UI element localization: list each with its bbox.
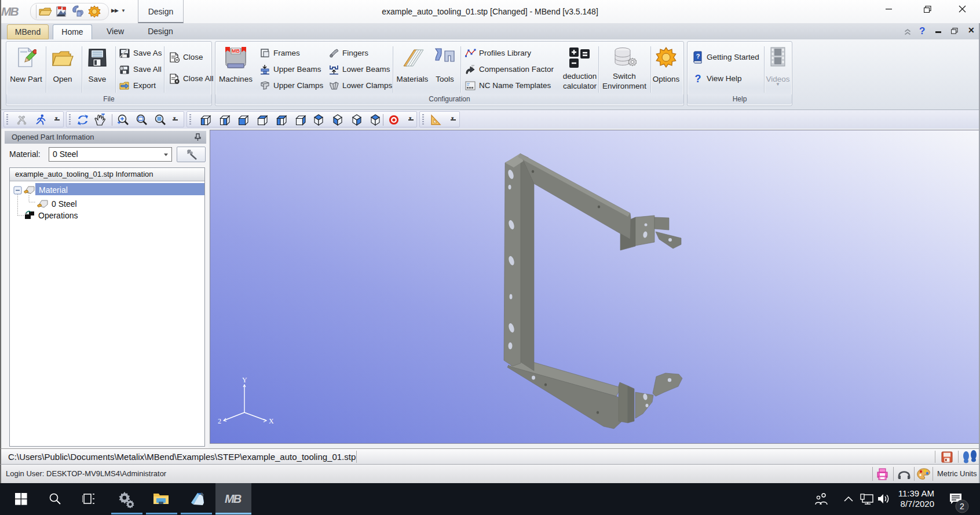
svg-text:Y: Y bbox=[242, 376, 247, 384]
svg-text:Operations: Operations bbox=[38, 211, 78, 220]
svg-text:X: X bbox=[269, 417, 274, 425]
svg-text:Material: Material bbox=[39, 185, 68, 195]
svg-text:0 Steel: 0 Steel bbox=[52, 199, 77, 209]
svg-text:2: 2 bbox=[218, 417, 221, 425]
svg-text:MB: MB bbox=[232, 48, 240, 54]
svg-text:?: ? bbox=[696, 53, 700, 60]
svg-text:2: 2 bbox=[960, 502, 964, 511]
